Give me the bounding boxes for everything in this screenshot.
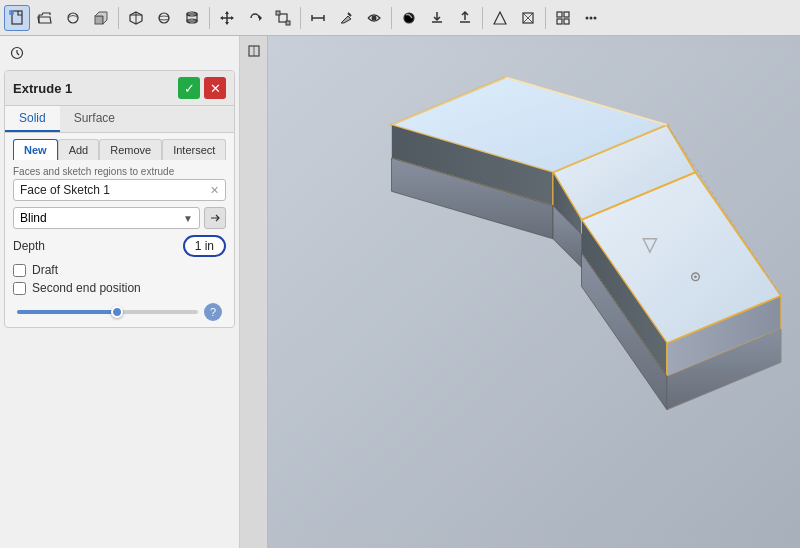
sep6	[545, 7, 546, 29]
left-panel: Extrude 1 ✓ ✕ Solid Surface New Add Remo…	[0, 36, 240, 548]
depth-row: Depth 1 in	[13, 235, 226, 257]
extrude-panel-header: Extrude 1 ✓ ✕	[5, 71, 234, 106]
sub-tabs: New Add Remove Intersect	[5, 133, 234, 160]
import-icon[interactable]	[424, 5, 450, 31]
direction-arrow-icon: ▼	[183, 213, 193, 224]
svg-point-35	[586, 16, 589, 19]
sketch-icon[interactable]	[60, 5, 86, 31]
svg-point-9	[159, 16, 169, 20]
confirm-button[interactable]: ✓	[178, 77, 200, 99]
main-area: Extrude 1 ✓ ✕ Solid Surface New Add Remo…	[0, 36, 800, 548]
faces-clear-icon[interactable]: ✕	[210, 184, 219, 197]
side-icon-1[interactable]	[243, 40, 265, 62]
direction-value: Blind	[20, 211, 47, 225]
cylinder-icon[interactable]	[179, 5, 205, 31]
scale-icon[interactable]	[270, 5, 296, 31]
cancel-button[interactable]: ✕	[204, 77, 226, 99]
svg-rect-32	[564, 12, 569, 17]
faces-field-group: Faces and sketch regions to extrude Face…	[13, 166, 226, 201]
subtab-add[interactable]: Add	[58, 139, 100, 160]
sep1	[118, 7, 119, 29]
direction-flip-icon[interactable]	[204, 207, 226, 229]
svg-rect-33	[557, 19, 562, 24]
tab-surface[interactable]: Surface	[60, 106, 129, 132]
svg-marker-13	[225, 11, 229, 14]
material-icon[interactable]	[396, 5, 422, 31]
visibility-icon[interactable]	[361, 5, 387, 31]
second-end-checkbox[interactable]	[13, 282, 26, 295]
top-toolbar	[0, 0, 800, 36]
second-end-row: Second end position	[13, 281, 226, 295]
draft-label: Draft	[32, 263, 58, 277]
clock-icon[interactable]	[4, 40, 30, 66]
svg-rect-20	[286, 21, 290, 25]
type-tabs: Solid Surface	[5, 106, 234, 133]
svg-marker-27	[494, 12, 506, 24]
svg-point-2	[68, 13, 78, 23]
sep5	[482, 7, 483, 29]
svg-marker-14	[225, 22, 229, 25]
sep2	[209, 7, 210, 29]
viewport[interactable]	[268, 36, 800, 548]
svg-point-37	[594, 16, 597, 19]
new-file-icon[interactable]	[4, 5, 30, 31]
paint-icon[interactable]	[333, 5, 359, 31]
export-icon[interactable]	[452, 5, 478, 31]
slider-thumb[interactable]	[111, 306, 123, 318]
help-icon[interactable]: ?	[204, 303, 222, 321]
subtab-intersect[interactable]: Intersect	[162, 139, 226, 160]
svg-point-36	[590, 16, 593, 19]
panel-body: Faces and sketch regions to extrude Face…	[5, 160, 234, 327]
direction-row: Blind ▼	[13, 207, 226, 229]
more-icon[interactable]	[578, 5, 604, 31]
extrude-title: Extrude 1	[13, 81, 72, 96]
svg-line-40	[17, 53, 19, 55]
svg-rect-19	[276, 11, 280, 15]
direction-select[interactable]: Blind ▼	[13, 207, 200, 229]
svg-line-24	[348, 13, 351, 16]
svg-point-8	[159, 13, 169, 23]
svg-marker-17	[259, 15, 262, 21]
extrude-panel: Extrude 1 ✓ ✕ Solid Surface New Add Remo…	[4, 70, 235, 328]
svg-point-63	[694, 275, 697, 278]
rotate-icon[interactable]	[242, 5, 268, 31]
measure-icon[interactable]	[305, 5, 331, 31]
slider-track[interactable]	[17, 310, 198, 314]
tab-solid[interactable]: Solid	[5, 106, 60, 132]
faces-label: Faces and sketch regions to extrude	[13, 166, 226, 177]
draft-checkbox[interactable]	[13, 264, 26, 277]
faces-value: Face of Sketch 1	[20, 183, 210, 197]
svg-rect-3	[95, 16, 103, 24]
grid-icon[interactable]	[550, 5, 576, 31]
sep4	[391, 7, 392, 29]
svg-marker-15	[220, 16, 223, 20]
svg-rect-34	[564, 19, 569, 24]
faces-input-row[interactable]: Face of Sketch 1 ✕	[13, 179, 226, 201]
svg-rect-31	[557, 12, 562, 17]
draft-row: Draft	[13, 263, 226, 277]
svg-marker-16	[231, 16, 234, 20]
slider-row: ?	[13, 303, 226, 321]
side-icons	[240, 36, 268, 548]
slider-fill	[17, 310, 117, 314]
subtab-new[interactable]: New	[13, 139, 58, 160]
3d-shape-svg	[268, 36, 800, 548]
wireframe-icon[interactable]	[515, 5, 541, 31]
depth-value[interactable]: 1 in	[183, 235, 226, 257]
shading-icon[interactable]	[487, 5, 513, 31]
open-icon[interactable]	[32, 5, 58, 31]
cube-icon[interactable]	[123, 5, 149, 31]
second-end-label: Second end position	[32, 281, 141, 295]
move-icon[interactable]	[214, 5, 240, 31]
depth-label: Depth	[13, 239, 63, 253]
extrude-actions: ✓ ✕	[178, 77, 226, 99]
svg-point-25	[372, 15, 377, 20]
sep3	[300, 7, 301, 29]
subtab-remove[interactable]: Remove	[99, 139, 162, 160]
extrude-icon[interactable]	[88, 5, 114, 31]
sphere-icon[interactable]	[151, 5, 177, 31]
